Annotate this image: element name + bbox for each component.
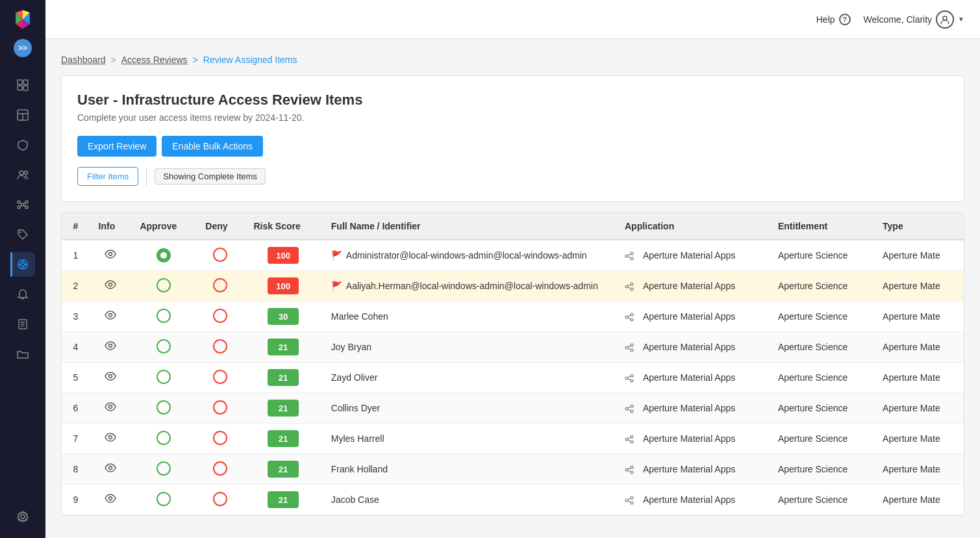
sidebar-expand-button[interactable]: >> [14, 39, 32, 57]
breadcrumb-dashboard[interactable]: Dashboard [61, 55, 106, 65]
row-info[interactable] [90, 271, 131, 301]
row-info[interactable] [90, 301, 131, 332]
deny-circle[interactable] [213, 339, 227, 353]
sidebar-item-grid[interactable] [10, 73, 35, 97]
filter-items-button[interactable]: Filter Items [77, 167, 138, 186]
row-entitlement: Aperture Science [769, 332, 873, 363]
app-name-text: Aperture Material Apps [643, 250, 735, 261]
enable-bulk-actions-button[interactable]: Enable Bulk Actions [162, 136, 263, 157]
sidebar-item-reports[interactable] [10, 312, 35, 337]
svg-line-60 [628, 379, 631, 380]
row-deny[interactable] [196, 454, 244, 485]
deny-circle[interactable] [213, 431, 227, 445]
app-name-text: Aperture Material Apps [643, 403, 735, 413]
svg-point-10 [18, 201, 20, 203]
table-header-row: # Info Approve Deny Risk Score Full Name… [62, 213, 964, 240]
deny-circle[interactable] [213, 370, 227, 384]
row-deny[interactable] [196, 240, 244, 271]
breadcrumb-access-reviews[interactable]: Access Reviews [121, 55, 188, 65]
row-info[interactable] [90, 424, 131, 454]
approve-circle[interactable] [157, 248, 171, 263]
row-approve[interactable] [131, 393, 196, 424]
approve-circle[interactable] [157, 400, 171, 415]
row-deny[interactable] [196, 485, 244, 515]
row-approve[interactable] [131, 363, 196, 393]
sidebar-item-access-review[interactable] [10, 252, 35, 277]
eye-icon[interactable] [105, 372, 116, 383]
row-info[interactable] [90, 393, 131, 424]
deny-circle[interactable] [213, 461, 227, 476]
row-approve[interactable] [131, 332, 196, 363]
svg-point-43 [108, 314, 112, 317]
eye-icon[interactable] [105, 463, 116, 474]
row-approve[interactable] [131, 301, 196, 332]
svg-point-8 [25, 172, 28, 175]
approve-circle[interactable] [157, 370, 171, 384]
row-type: Aperture Mate [873, 454, 964, 485]
approve-circle[interactable] [157, 278, 171, 292]
row-approve[interactable] [131, 271, 196, 301]
share-icon [625, 372, 639, 383]
sidebar-item-users[interactable] [10, 162, 35, 187]
row-deny[interactable] [196, 424, 244, 454]
sidebar-item-tags[interactable] [10, 222, 35, 247]
row-approve[interactable] [131, 485, 196, 515]
eye-icon[interactable] [105, 280, 116, 291]
row-info[interactable] [90, 332, 131, 363]
eye-icon[interactable] [105, 494, 116, 505]
approve-circle[interactable] [157, 339, 171, 353]
approve-circle[interactable] [157, 431, 171, 445]
eye-icon[interactable] [105, 250, 116, 261]
deny-circle[interactable] [213, 400, 227, 415]
sidebar-item-folders[interactable] [10, 342, 35, 366]
svg-point-74 [631, 466, 633, 468]
row-info[interactable] [90, 454, 131, 485]
sidebar-item-settings[interactable] [10, 504, 35, 529]
export-review-button[interactable]: Export Review [77, 136, 157, 157]
row-deny[interactable] [196, 393, 244, 424]
svg-line-35 [628, 254, 631, 255]
approve-circle[interactable] [157, 492, 171, 506]
user-menu[interactable]: Welcome, Clarity ▼ [864, 10, 964, 29]
svg-point-79 [108, 497, 112, 500]
row-approve[interactable] [131, 240, 196, 271]
app-logo [10, 6, 36, 32]
share-icon [625, 250, 639, 261]
row-info[interactable] [90, 363, 131, 393]
deny-circle[interactable] [213, 278, 227, 292]
name-text: Collins Dyer [331, 403, 380, 413]
approve-circle[interactable] [157, 461, 171, 476]
sidebar-item-dashboard[interactable] [10, 103, 35, 127]
row-number: 7 [62, 424, 90, 454]
row-full-name: Collins Dyer [322, 393, 616, 424]
sidebar-item-graph[interactable] [10, 192, 35, 217]
col-header-deny: Deny [196, 213, 244, 240]
row-info[interactable] [90, 485, 131, 515]
deny-circle[interactable] [213, 248, 227, 262]
risk-badge: 21 [268, 339, 299, 355]
table-row: 7 21Myles Harrell Aperture Material Apps… [62, 424, 964, 454]
row-deny[interactable] [196, 332, 244, 363]
row-approve[interactable] [131, 424, 196, 454]
eye-icon[interactable] [105, 311, 116, 322]
deny-circle[interactable] [213, 492, 227, 506]
app-name-text: Aperture Material Apps [643, 494, 735, 505]
eye-icon[interactable] [105, 341, 116, 352]
eye-icon[interactable] [105, 402, 116, 413]
row-deny[interactable] [196, 271, 244, 301]
help-button[interactable]: Help ? [816, 14, 851, 25]
row-deny[interactable] [196, 363, 244, 393]
row-approve[interactable] [131, 454, 196, 485]
eye-icon[interactable] [105, 433, 116, 444]
app-name-text: Aperture Material Apps [643, 464, 735, 474]
row-info[interactable] [90, 240, 131, 271]
approve-circle[interactable] [157, 309, 171, 323]
sidebar-item-shield[interactable] [10, 133, 35, 157]
svg-point-57 [625, 377, 628, 379]
row-deny[interactable] [196, 301, 244, 332]
sidebar-item-notifications[interactable] [10, 282, 35, 307]
svg-point-75 [625, 468, 628, 471]
deny-circle[interactable] [213, 309, 227, 323]
table-row: 6 21Collins Dyer Aperture Material AppsA… [62, 393, 964, 424]
svg-point-32 [631, 252, 633, 255]
